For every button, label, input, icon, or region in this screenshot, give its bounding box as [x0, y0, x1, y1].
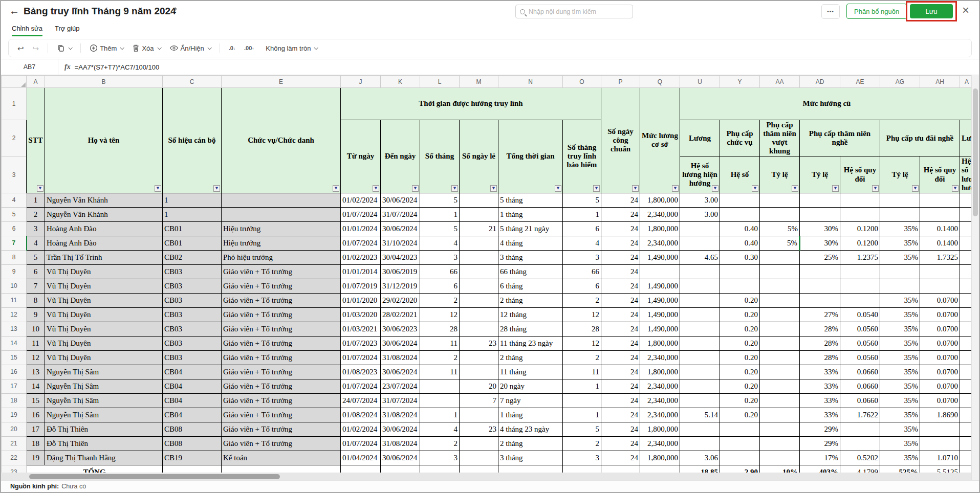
- decrease-decimal-button[interactable]: .0↓: [226, 43, 238, 53]
- column-header-N[interactable]: N: [498, 76, 563, 88]
- row-number[interactable]: 7: [2, 236, 27, 250]
- cell-AA19[interactable]: [760, 408, 800, 422]
- cell-A16[interactable]: 13: [27, 365, 45, 379]
- cell-AH20[interactable]: [920, 422, 960, 436]
- cell-AD5[interactable]: [800, 207, 840, 221]
- cell-L9[interactable]: 66: [420, 264, 460, 279]
- cell-AD19[interactable]: 33%: [800, 408, 840, 422]
- cell-B21[interactable]: Đỗ Thị Thiên: [45, 436, 163, 451]
- column-header-AD[interactable]: AD: [800, 76, 840, 88]
- cell-Y9[interactable]: [720, 264, 760, 279]
- cell-AG17[interactable]: 35%: [880, 379, 920, 393]
- cell-M20[interactable]: 23: [460, 422, 498, 436]
- filter-button[interactable]: ▼: [872, 185, 879, 192]
- cell-J18[interactable]: 24/07/2024: [341, 393, 381, 408]
- cell-L6[interactable]: 5: [420, 221, 460, 236]
- cell-Y14[interactable]: 0.20: [720, 336, 760, 350]
- cell-AH13[interactable]: 0.0700: [920, 322, 960, 336]
- row-number[interactable]: 9: [2, 264, 27, 279]
- cell-N7[interactable]: 4 tháng: [498, 236, 563, 250]
- cell-M22[interactable]: [460, 451, 498, 465]
- cell-AG18[interactable]: 35%: [880, 393, 920, 408]
- row-number[interactable]: 19: [2, 408, 27, 422]
- filter-button[interactable]: ▼: [632, 185, 639, 192]
- cell-B22[interactable]: Đặng Thị Thanh Hằng: [45, 451, 163, 465]
- cell-AE4[interactable]: [840, 193, 880, 207]
- cell-B18[interactable]: Nguyễn Thị Sâm: [45, 393, 163, 408]
- cell-AD15[interactable]: 28%: [800, 350, 840, 365]
- header-cell[interactable]: Từ ngày▼: [341, 120, 381, 193]
- cell-AH18[interactable]: 0.0700: [920, 393, 960, 408]
- cell-AG6[interactable]: 35%: [880, 221, 920, 236]
- cell-AA10[interactable]: [760, 279, 800, 293]
- more-options-button[interactable]: •••: [821, 4, 840, 19]
- column-header-M[interactable]: M: [460, 76, 498, 88]
- cell-AA17[interactable]: [760, 379, 800, 393]
- column-header-P[interactable]: P: [601, 76, 640, 88]
- cell-M14[interactable]: 23: [460, 336, 498, 350]
- vertical-scrollbar-thumb[interactable]: [973, 88, 978, 216]
- cell-P12[interactable]: 24: [601, 307, 640, 322]
- header-cell[interactable]: Phụ cấp thâm niên vượt khung: [760, 120, 800, 156]
- cell-Y8[interactable]: 0.30: [720, 250, 760, 264]
- cell-U18[interactable]: [680, 393, 720, 408]
- cell-AG7[interactable]: 35%: [880, 236, 920, 250]
- cell-E14[interactable]: Giáo viên + Tổ trưởng: [222, 336, 341, 350]
- cell-U7[interactable]: [680, 236, 720, 250]
- cell-B6[interactable]: Hoàng Anh Đào: [45, 221, 163, 236]
- column-header-AE[interactable]: AE: [840, 76, 880, 88]
- cell-O7[interactable]: 4: [563, 236, 601, 250]
- cell-B7[interactable]: Hoàng Anh Đào: [45, 236, 163, 250]
- cell-Q18[interactable]: 2,340,000: [640, 393, 680, 408]
- cell-AE22[interactable]: 0.5202: [840, 451, 880, 465]
- cell-A11[interactable]: 8: [27, 293, 45, 307]
- row-number[interactable]: 16: [2, 365, 27, 379]
- cell-A9[interactable]: 6: [27, 264, 45, 279]
- cell-O6[interactable]: 6: [563, 221, 601, 236]
- cell-J11[interactable]: 01/01/2020: [341, 293, 381, 307]
- cell-U20[interactable]: [680, 422, 720, 436]
- cell-M12[interactable]: [460, 307, 498, 322]
- cell-P13[interactable]: 24: [601, 322, 640, 336]
- cell-E18[interactable]: Giáo viên + Tổ trưởng: [222, 393, 341, 408]
- cell-AG10[interactable]: [880, 279, 920, 293]
- cell-C18[interactable]: CB04: [163, 393, 222, 408]
- cell-AH16[interactable]: 0.0700: [920, 365, 960, 379]
- cell-E21[interactable]: Giáo viên + Tổ trưởng: [222, 436, 341, 451]
- cell-K17[interactable]: 23/07/2024: [381, 379, 420, 393]
- cell-AA6[interactable]: 5%: [760, 221, 800, 236]
- cell-AD14[interactable]: 28%: [800, 336, 840, 350]
- cell-O13[interactable]: 28: [563, 322, 601, 336]
- filter-button[interactable]: ▼: [213, 185, 220, 192]
- cell-L20[interactable]: 4: [420, 422, 460, 436]
- cell-N14[interactable]: 11 tháng 23 ngày: [498, 336, 563, 350]
- cell-AG15[interactable]: 35%: [880, 350, 920, 365]
- cell-E20[interactable]: Giáo viên + Tổ trưởng: [222, 422, 341, 436]
- row-number[interactable]: 11: [2, 293, 27, 307]
- row-number[interactable]: 20: [2, 422, 27, 436]
- cell-AG19[interactable]: 35%: [880, 408, 920, 422]
- header-cell[interactable]: Thời gian được hưởng truy lĩnh: [341, 88, 601, 120]
- cell-K16[interactable]: 30/06/2024: [381, 365, 420, 379]
- filter-button[interactable]: ▼: [373, 185, 379, 192]
- cell-AH4[interactable]: [920, 193, 960, 207]
- cell-AA8[interactable]: [760, 250, 800, 264]
- cell-C22[interactable]: CB19: [163, 451, 222, 465]
- cell-A22[interactable]: 19: [27, 451, 45, 465]
- menu-edit[interactable]: Chỉnh sửa: [12, 25, 42, 34]
- cell-A8[interactable]: 5: [27, 250, 45, 264]
- cell-N18[interactable]: 7 ngày: [498, 393, 563, 408]
- header-cell[interactable]: Phụ cấp thâm niên nghề: [800, 120, 880, 156]
- cell-P21[interactable]: 24: [601, 436, 640, 451]
- cell-Y19[interactable]: 0.20: [720, 408, 760, 422]
- cell-E15[interactable]: Giáo viên + Tổ trưởng: [222, 350, 341, 365]
- header-cell[interactable]: Mức hưởng cũ: [680, 88, 974, 120]
- filter-button[interactable]: ▼: [155, 185, 161, 192]
- cell-E7[interactable]: Hiệu trưởng: [222, 236, 341, 250]
- cell-L21[interactable]: 2: [420, 436, 460, 451]
- cell-AA15[interactable]: [760, 350, 800, 365]
- cell-L22[interactable]: 3: [420, 451, 460, 465]
- filter-button[interactable]: ▼: [912, 185, 919, 192]
- cell-AH5[interactable]: [920, 207, 960, 221]
- cell-B8[interactable]: Trần Thị Tố Trinh: [45, 250, 163, 264]
